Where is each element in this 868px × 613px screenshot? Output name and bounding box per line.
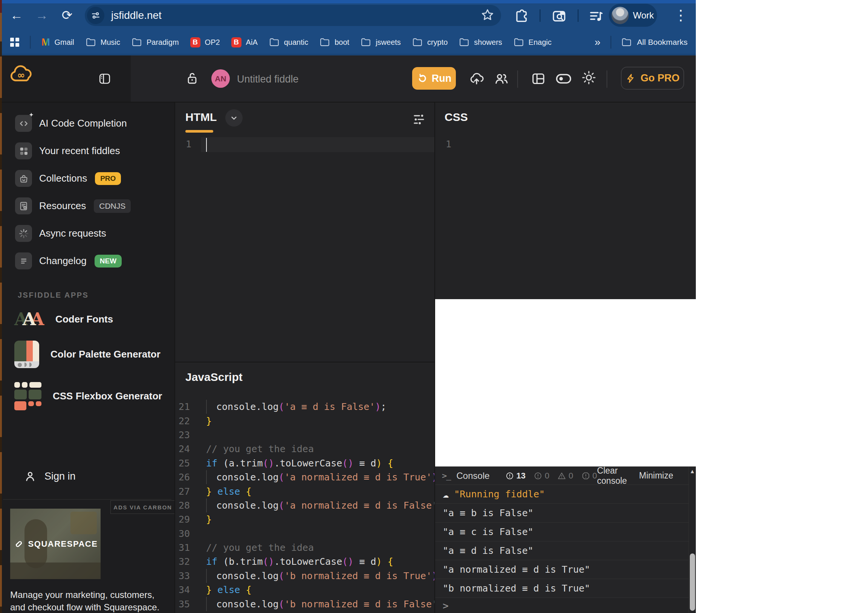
collaborate-icon[interactable] <box>493 71 510 86</box>
bookmark-quantic[interactable]: quantic <box>269 38 308 47</box>
bookmark-enagic[interactable]: Enagic <box>513 38 552 47</box>
ad-text[interactable]: Manage your marketing, customers, and ch… <box>10 588 161 613</box>
extensions-icon[interactable] <box>514 8 530 24</box>
bookmark-star-icon[interactable] <box>480 8 495 23</box>
bookmark-showers[interactable]: showers <box>459 38 502 47</box>
app-item-css-flexbox-generator[interactable]: CSS Flexbox Generator <box>14 382 162 410</box>
bookmarks-overflow-icon[interactable]: » <box>595 36 600 48</box>
run-button[interactable]: Run <box>412 67 456 90</box>
console-log-row[interactable]: ☁"Running fiddle" <box>435 485 696 504</box>
forward-icon[interactable]: → <box>34 7 50 23</box>
layout-columns-icon[interactable] <box>531 71 546 86</box>
tab-search-icon[interactable] <box>551 8 567 24</box>
minimize-console-button[interactable]: Minimize <box>639 470 673 481</box>
code-line[interactable]: 21console.log('a ≡ d is False'); <box>175 400 435 414</box>
b-app-icon: B <box>231 37 242 48</box>
html-language-dropdown[interactable] <box>225 109 243 127</box>
bookmark-aia[interactable]: BAiA <box>231 37 258 48</box>
code-line[interactable]: 36} <box>175 611 435 613</box>
code-line[interactable]: 29} <box>175 512 435 526</box>
person-icon <box>24 470 37 483</box>
console-log-row[interactable]: "a ≡ c is False" <box>435 523 696 542</box>
code-line[interactable]: 28console.log('a normalized ≡ d is False… <box>175 498 435 512</box>
css-editor-area[interactable] <box>461 137 696 299</box>
console-log-row[interactable]: "a normalized ≡ d is True" <box>435 560 696 579</box>
info-icon <box>505 472 514 480</box>
result-panel[interactable] <box>435 299 696 466</box>
url-text[interactable]: jsfiddle.net <box>111 9 162 22</box>
bookmark-crypto[interactable]: crypto <box>412 38 448 47</box>
privacy-lock-icon[interactable] <box>186 70 198 86</box>
javascript-panel-title: JavaScript <box>185 371 243 383</box>
code-token: ( <box>279 570 284 581</box>
bookmark-label: Enagic <box>529 38 552 47</box>
app-item-color-palette-generator[interactable]: Color Palette Generator <box>14 341 161 368</box>
bookmark-op2[interactable]: BOP2 <box>190 37 220 48</box>
code-line[interactable]: 26console.log('a normalized ≡ d is True'… <box>175 470 435 484</box>
bookmarks-separator <box>610 36 611 49</box>
code-line[interactable]: 22} <box>175 414 435 428</box>
sidebar-item-async-requests[interactable]: Async requests <box>0 220 174 247</box>
save-cloud-icon[interactable] <box>468 71 485 86</box>
svg-text:∞: ∞ <box>17 70 25 81</box>
html-panel-settings-icon[interactable] <box>412 113 425 126</box>
go-pro-button[interactable]: Go PRO <box>621 67 684 90</box>
panel-vertical-divider[interactable] <box>434 102 435 613</box>
panel-horizontal-divider[interactable] <box>175 362 435 362</box>
theme-brightness-icon[interactable] <box>581 70 597 85</box>
fiddle-title[interactable]: Untitled fiddle <box>237 73 299 85</box>
clear-console-button[interactable]: Clear console <box>597 466 628 486</box>
browser-menu-icon[interactable]: ⋮ <box>674 5 688 25</box>
sidebar-item-changelog[interactable]: ChangelogNEW <box>0 247 174 275</box>
profile-button[interactable]: Work <box>609 4 657 27</box>
code-line[interactable]: 24// you get the idea <box>175 442 435 456</box>
sidebar-toggle-icon[interactable] <box>98 72 112 85</box>
all-bookmarks-button[interactable]: All Bookmarks <box>621 38 688 47</box>
bookmark-paradigm[interactable]: Paradigm <box>132 38 179 47</box>
site-settings-icon[interactable] <box>87 7 104 24</box>
jsfiddle-logo[interactable]: ∞ <box>10 64 33 85</box>
javascript-editor-area[interactable]: 21console.log('a ≡ d is False');22}2324/… <box>175 400 435 613</box>
media-playlist-icon[interactable] <box>588 8 604 24</box>
console-log-row[interactable]: "a ≡ d is False" <box>435 542 696 560</box>
scrollbar-up-icon[interactable]: ▲ <box>690 468 695 474</box>
folder-icon <box>269 38 279 47</box>
console-prompt-icon: >_ <box>442 471 451 480</box>
reload-icon[interactable]: ⟳ <box>59 7 75 23</box>
sidebar-item-resources[interactable]: ResourcesCDNJS <box>0 192 174 220</box>
bookmark-label: Paradigm <box>147 38 179 47</box>
bookmark-boot[interactable]: boot <box>319 38 349 47</box>
code-line[interactable]: 32if (b.trim().toLowerCase() ≡ d) { <box>175 555 435 568</box>
bookmark-jsweets[interactable]: jsweets <box>361 38 401 47</box>
code-line[interactable]: 27} else { <box>175 484 435 498</box>
console-log-row[interactable]: "a ≡ b is False" <box>435 504 696 523</box>
code-line[interactable]: 33console.log('b normalized ≡ d is True'… <box>175 569 435 583</box>
code-line[interactable]: 30 <box>175 527 435 541</box>
address-bar[interactable]: jsfiddle.net <box>85 5 501 26</box>
sidebar-item-ai-code-completion[interactable]: AI Code Completion <box>0 110 174 137</box>
back-icon[interactable]: ← <box>8 7 25 23</box>
indent-guide <box>206 470 207 484</box>
ad-image[interactable]: SQUARESPACE <box>10 509 101 579</box>
app-item-coder-fonts[interactable]: AAACoder Fonts <box>14 310 113 328</box>
console-scrollbar-thumb[interactable] <box>690 554 695 611</box>
bookmark-gmail[interactable]: MGmail <box>42 37 74 48</box>
console-log-row[interactable]: "b normalized ≡ d is True" <box>435 579 696 598</box>
bookmark-music[interactable]: Music <box>85 38 120 47</box>
sidebar-item-your-recent-fiddles[interactable]: Your recent fiddles <box>0 137 174 165</box>
avatar[interactable]: AN <box>211 69 230 88</box>
code-line[interactable]: 25if (a.trim().toLowerCase() ≡ d) { <box>175 456 435 470</box>
code-token: } <box>206 486 217 497</box>
sign-in-button[interactable]: Sign in <box>24 470 76 483</box>
sidebar-item-collections[interactable]: CollectionsPRO <box>0 165 174 192</box>
live-preview-toggle-icon[interactable] <box>555 73 572 85</box>
code-line[interactable]: 35console.log('b normalized ≡ d is False… <box>175 597 435 611</box>
code-line[interactable]: 31// you get the idea <box>175 541 435 555</box>
code-line[interactable]: 34} else { <box>175 583 435 597</box>
console-blocked-count: 0 <box>582 471 597 481</box>
sidebar-editor-divider[interactable] <box>174 102 175 613</box>
console-input-row[interactable]: > <box>435 598 696 613</box>
html-editor-area[interactable] <box>201 137 435 362</box>
apps-grid-icon[interactable] <box>10 38 19 47</box>
code-line[interactable]: 23 <box>175 428 435 442</box>
